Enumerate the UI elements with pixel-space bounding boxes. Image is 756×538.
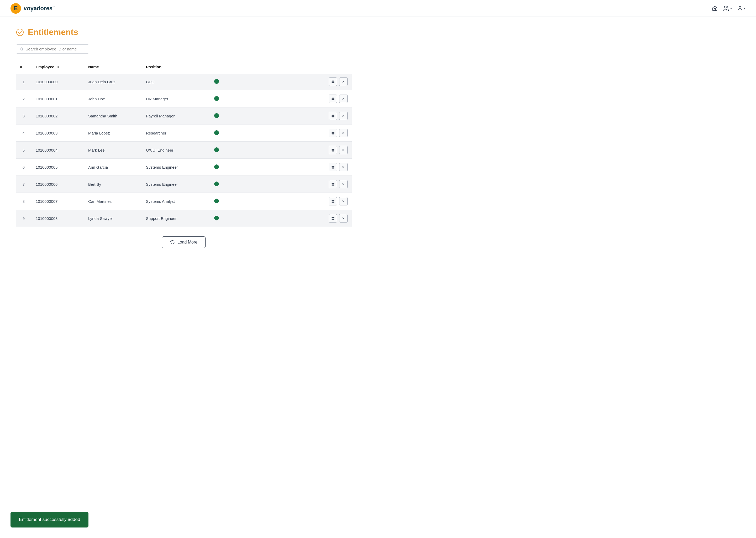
svg-rect-33	[332, 150, 333, 151]
load-more-icon	[170, 240, 175, 244]
status-dot	[214, 147, 219, 152]
delete-button[interactable]	[339, 146, 348, 154]
row-position: UX/UI Engineer	[142, 141, 210, 159]
edit-button[interactable]	[329, 146, 337, 154]
svg-rect-37	[332, 166, 333, 167]
svg-point-4	[17, 29, 24, 36]
edit-button[interactable]	[329, 112, 337, 120]
row-position: Systems Engineer	[142, 159, 210, 176]
load-more-button[interactable]: Load More	[162, 237, 206, 248]
row-status	[210, 141, 256, 159]
table-row: 7 1010000006 Bert Sy Systems Engineer	[16, 176, 352, 193]
delete-button[interactable]	[339, 214, 348, 223]
svg-rect-14	[333, 97, 334, 98]
logo: E voyadores™	[11, 3, 55, 14]
search-input[interactable]	[26, 47, 85, 51]
svg-rect-39	[332, 167, 333, 168]
search-container	[16, 44, 89, 54]
svg-rect-34	[333, 150, 334, 151]
row-name: John Doe	[84, 90, 142, 107]
edit-icon	[331, 97, 335, 101]
edit-icon	[331, 114, 335, 118]
svg-rect-40	[333, 167, 334, 168]
svg-point-5	[20, 48, 23, 50]
col-header-id: Employee ID	[31, 61, 84, 73]
edit-button[interactable]	[329, 163, 337, 171]
svg-rect-21	[332, 116, 333, 117]
row-status	[210, 107, 256, 125]
svg-rect-52	[333, 201, 334, 202]
svg-rect-27	[332, 133, 333, 134]
row-employee-id: 1010000007	[31, 193, 84, 210]
edit-button[interactable]	[329, 214, 337, 223]
svg-rect-32	[333, 149, 334, 150]
row-employee-id: 1010000008	[31, 210, 84, 227]
col-header-position: Position	[142, 61, 210, 73]
employees-table: # Employee ID Name Position 1 1010000000…	[16, 61, 352, 227]
delete-icon	[342, 131, 345, 134]
delete-button[interactable]	[339, 78, 348, 86]
edit-button[interactable]	[329, 197, 337, 205]
edit-button[interactable]	[329, 94, 337, 103]
table-row: 3 1010000002 Samantha Smith Payroll Mana…	[16, 107, 352, 125]
table-row: 2 1010000001 John Doe HR Manager	[16, 90, 352, 107]
svg-rect-44	[333, 183, 334, 184]
profile-button[interactable]: ▾	[737, 6, 745, 11]
svg-rect-16	[333, 99, 334, 100]
users-button[interactable]: ▾	[723, 5, 732, 12]
svg-rect-31	[332, 149, 333, 150]
row-status	[210, 176, 256, 193]
svg-rect-20	[333, 115, 334, 116]
col-header-name: Name	[84, 61, 142, 73]
load-more-container: Load More	[16, 237, 352, 248]
users-chevron: ▾	[730, 7, 732, 10]
delete-icon	[342, 148, 345, 152]
svg-rect-49	[332, 200, 333, 201]
svg-rect-25	[332, 132, 333, 133]
row-name: Carl Martinez	[84, 193, 142, 210]
svg-rect-13	[332, 97, 333, 98]
delete-button[interactable]	[339, 94, 348, 103]
row-employee-id: 1010000000	[31, 73, 84, 90]
delete-button[interactable]	[339, 129, 348, 137]
delete-button[interactable]	[339, 180, 348, 188]
row-actions	[256, 107, 352, 125]
navbar-actions: ▾ ▾	[712, 5, 745, 12]
edit-button[interactable]	[329, 78, 337, 86]
page-title-row: Entitlements	[16, 27, 352, 37]
delete-button[interactable]	[339, 163, 348, 171]
profile-icon	[737, 6, 743, 11]
row-position: Systems Engineer	[142, 176, 210, 193]
row-status	[210, 90, 256, 107]
row-actions	[256, 210, 352, 227]
row-actions	[256, 125, 352, 141]
row-num: 4	[16, 125, 31, 141]
row-name: Lynda Sawyer	[84, 210, 142, 227]
row-position: HR Manager	[142, 90, 210, 107]
delete-button[interactable]	[339, 112, 348, 120]
table-row: 9 1010000008 Lynda Sawyer Support Engine…	[16, 210, 352, 227]
row-employee-id: 1010000001	[31, 90, 84, 107]
load-more-label: Load More	[177, 240, 198, 244]
row-name: Samantha Smith	[84, 107, 142, 125]
svg-rect-51	[332, 201, 333, 202]
page-title: Entitlements	[28, 27, 78, 37]
svg-rect-10	[333, 82, 334, 83]
row-status	[210, 73, 256, 90]
svg-rect-43	[332, 183, 333, 184]
row-status	[210, 210, 256, 227]
table-row: 8 1010000007 Carl Martinez Systems Analy…	[16, 193, 352, 210]
row-status	[210, 125, 256, 141]
home-button[interactable]	[712, 6, 718, 11]
edit-icon	[331, 166, 335, 169]
row-actions	[256, 176, 352, 193]
svg-point-3	[739, 6, 741, 8]
col-header-actions	[256, 61, 352, 73]
edit-button[interactable]	[329, 129, 337, 137]
row-num: 3	[16, 107, 31, 125]
delete-button[interactable]	[339, 197, 348, 205]
edit-icon	[331, 131, 335, 135]
edit-button[interactable]	[329, 180, 337, 188]
logo-icon: E	[11, 3, 21, 14]
employees-table-wrapper: # Employee ID Name Position 1 1010000000…	[16, 61, 352, 227]
